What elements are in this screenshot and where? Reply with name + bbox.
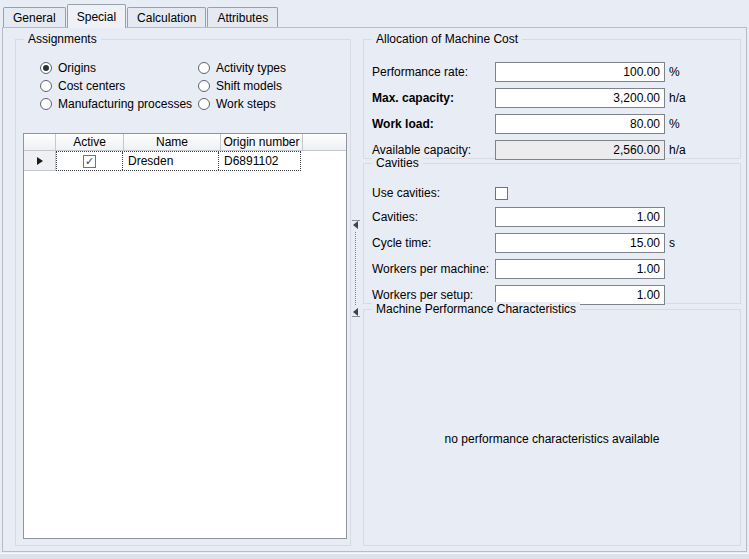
tab-general[interactable]: General: [3, 7, 66, 27]
radio-cost-centers[interactable]: Cost centers: [40, 78, 198, 93]
radio-icon: [198, 98, 210, 110]
allocation-group-title: Allocation of Machine Cost: [372, 32, 522, 46]
radio-icon: [198, 80, 210, 92]
tab-calculation[interactable]: Calculation: [127, 7, 206, 27]
field-row-cycle-time: Cycle time: s: [372, 233, 732, 253]
column-header-active[interactable]: Active: [56, 134, 124, 150]
cycle-time-input[interactable]: [495, 233, 665, 253]
work-load-input[interactable]: [495, 114, 665, 134]
machine-properties-window: General Special Calculation Attributes A…: [0, 0, 749, 559]
field-label: Workers per machine:: [372, 262, 495, 276]
field-row-available-capacity: Available capacity: h/a: [372, 140, 732, 160]
cell-origin-number[interactable]: D6891102: [219, 152, 300, 170]
radio-work-steps[interactable]: Work steps: [198, 96, 286, 111]
field-row-workers-per-machine: Workers per machine:: [372, 259, 732, 279]
special-tab-page: Assignments Origins Activity types Cost …: [2, 27, 747, 552]
cavities-group: Cavities Use cavities: Cavities: Cycle t…: [363, 163, 741, 304]
row-selector-header: [24, 134, 56, 150]
radio-manufacturing-processes[interactable]: Manufacturing processes: [40, 96, 198, 111]
window-bottom-edge: [0, 553, 749, 559]
radio-label: Work steps: [216, 97, 276, 111]
performance-characteristics-group: Machine Performance Characteristics no p…: [363, 309, 741, 546]
field-label: Cavities:: [372, 210, 495, 224]
performance-group-title: Machine Performance Characteristics: [372, 302, 580, 316]
field-row-use-cavities: Use cavities:: [372, 185, 732, 201]
row-selector[interactable]: [24, 151, 56, 171]
radio-origins[interactable]: Origins: [40, 60, 198, 75]
radio-label: Manufacturing processes: [58, 97, 192, 111]
field-label: Work load:: [372, 117, 495, 131]
cavities-input[interactable]: [495, 207, 665, 227]
splitter-collapse-left-icon[interactable]: [353, 221, 358, 229]
use-cavities-checkbox[interactable]: [495, 187, 508, 200]
panel-splitter[interactable]: [350, 220, 361, 317]
field-label: Workers per setup:: [372, 288, 495, 302]
cell-active: [57, 152, 123, 170]
tab-attributes[interactable]: Attributes: [207, 7, 278, 27]
column-header-name[interactable]: Name: [124, 134, 221, 150]
table-header: Active Name Origin number: [24, 134, 346, 151]
row-selector-arrow-icon: [37, 157, 43, 165]
empty-state-message: no performance characteristics available: [364, 432, 740, 446]
radio-label: Activity types: [216, 61, 286, 75]
radio-icon: [40, 98, 52, 110]
radio-icon: [198, 62, 210, 74]
allocation-group: Allocation of Machine Cost Performance r…: [363, 39, 741, 159]
radio-shift-models[interactable]: Shift models: [198, 78, 286, 93]
splitter-tick: [352, 316, 360, 317]
tab-special[interactable]: Special: [67, 4, 126, 28]
radio-label: Shift models: [216, 79, 282, 93]
column-header-origin-number[interactable]: Origin number: [221, 134, 303, 150]
row-focus-rect: Dresden D6891102: [56, 151, 301, 171]
splitter-grip: [355, 232, 356, 305]
field-row-max-capacity: Max. capacity: h/a: [372, 88, 732, 108]
field-label: Available capacity:: [372, 143, 495, 157]
tab-strip: General Special Calculation Attributes: [3, 3, 279, 27]
cavities-group-title: Cavities: [372, 156, 423, 170]
table-row[interactable]: Dresden D6891102: [24, 151, 346, 171]
field-label: Use cavities:: [372, 186, 495, 200]
radio-icon: [40, 80, 52, 92]
radio-label: Cost centers: [58, 79, 125, 93]
origins-table: Active Name Origin number Dresden D68911: [23, 133, 347, 539]
unit-label: s: [669, 236, 675, 250]
unit-label: h/a: [669, 143, 686, 157]
unit-label: %: [669, 65, 680, 79]
field-row-performance-rate: Performance rate: %: [372, 62, 732, 82]
assignments-group: Assignments Origins Activity types Cost …: [15, 39, 351, 546]
assignments-radio-group: Origins Activity types Cost centers Shif…: [40, 60, 286, 111]
workers-per-machine-input[interactable]: [495, 259, 665, 279]
performance-rate-input[interactable]: [495, 62, 665, 82]
field-row-cavities: Cavities:: [372, 207, 732, 227]
cell-name[interactable]: Dresden: [123, 152, 219, 170]
unit-label: %: [669, 117, 680, 131]
column-header-filler: [303, 134, 346, 150]
splitter-collapse-left-icon[interactable]: [353, 308, 358, 316]
max-capacity-input[interactable]: [495, 88, 665, 108]
unit-label: h/a: [669, 91, 686, 105]
field-label: Performance rate:: [372, 65, 495, 79]
field-label: Cycle time:: [372, 236, 495, 250]
radio-selected-icon: [40, 62, 52, 74]
assignments-group-title: Assignments: [24, 32, 101, 46]
available-capacity-field: [495, 140, 665, 160]
field-label: Max. capacity:: [372, 91, 495, 105]
radio-activity-types[interactable]: Activity types: [198, 60, 286, 75]
radio-label: Origins: [58, 61, 96, 75]
field-row-work-load: Work load: %: [372, 114, 732, 134]
active-checkbox[interactable]: [83, 155, 96, 168]
